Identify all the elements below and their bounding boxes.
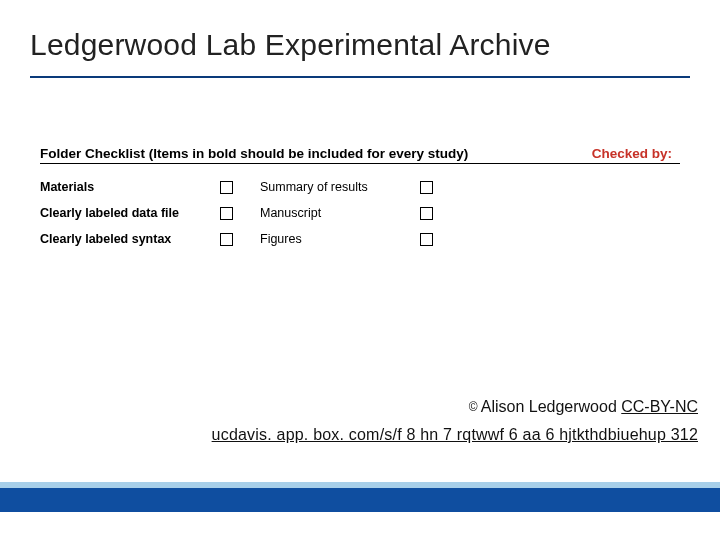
- page-title: Ledgerwood Lab Experimental Archive: [30, 28, 551, 62]
- checkbox-icon: [420, 181, 433, 194]
- footer-bar-dark: [0, 488, 720, 512]
- checklist-row: Clearly labeled data file Manuscript: [40, 200, 680, 226]
- checklist: Folder Checklist (Items in bold should b…: [40, 146, 680, 252]
- title-underline: [30, 76, 690, 78]
- footer-bars: [0, 482, 720, 540]
- checklist-header-left: Folder Checklist (Items in bold should b…: [40, 146, 468, 161]
- checkbox-icon: [420, 233, 433, 246]
- checklist-item-label: Materials: [40, 180, 220, 194]
- credit-line: ©Alison Ledgerwood CC-BY-NC: [469, 398, 698, 416]
- checkbox-icon: [220, 233, 233, 246]
- checklist-header-right: Checked by:: [592, 146, 680, 161]
- checkbox-icon: [420, 207, 433, 220]
- checklist-header: Folder Checklist (Items in bold should b…: [40, 146, 680, 164]
- footer-bar-white: [0, 512, 720, 540]
- archive-url-link[interactable]: ucdavis. app. box. com/s/f 8 hn 7 rqtwwf…: [212, 426, 698, 444]
- copyright-symbol: ©: [469, 400, 478, 414]
- checklist-item-label: Manuscript: [260, 206, 420, 220]
- checklist-row: Materials Summary of results: [40, 174, 680, 200]
- credit-license-link[interactable]: CC-BY-NC: [621, 398, 698, 415]
- slide: Ledgerwood Lab Experimental Archive Fold…: [0, 0, 720, 540]
- checklist-item-label: Clearly labeled syntax: [40, 232, 220, 246]
- checkbox-icon: [220, 207, 233, 220]
- checklist-row: Clearly labeled syntax Figures: [40, 226, 680, 252]
- checklist-rows: Materials Summary of results Clearly lab…: [40, 174, 680, 252]
- checklist-item-label: Summary of results: [260, 180, 420, 194]
- checklist-item-label: Clearly labeled data file: [40, 206, 220, 220]
- checklist-item-label: Figures: [260, 232, 420, 246]
- credit-author: Alison Ledgerwood: [481, 398, 617, 415]
- checkbox-icon: [220, 181, 233, 194]
